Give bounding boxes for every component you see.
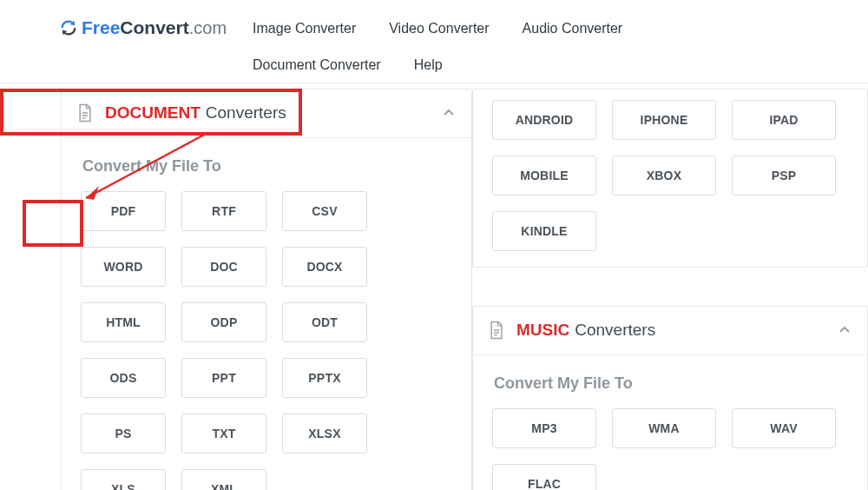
- device-format-grid: ANDROID IPHONE IPAD MOBILE XBOX PSP KIND…: [489, 100, 852, 251]
- format-android[interactable]: ANDROID: [492, 100, 596, 140]
- format-xml[interactable]: XML: [181, 469, 266, 490]
- format-rtf[interactable]: RTF: [181, 191, 266, 231]
- format-mp3[interactable]: MP3: [492, 408, 596, 448]
- document-icon: [489, 321, 504, 340]
- chevron-up-icon[interactable]: [838, 323, 852, 337]
- chevron-up-icon[interactable]: [442, 106, 456, 120]
- format-txt[interactable]: TXT: [181, 414, 266, 454]
- format-odt[interactable]: ODT: [282, 302, 367, 342]
- logo-domain: .com: [189, 18, 227, 37]
- format-psp[interactable]: PSP: [732, 156, 836, 195]
- format-html[interactable]: HTML: [81, 302, 166, 342]
- logo-free: Free: [82, 17, 120, 37]
- document-category-suffix: Converters: [206, 103, 286, 122]
- format-ps[interactable]: PS: [81, 414, 166, 454]
- format-flac[interactable]: FLAC: [492, 464, 596, 490]
- format-mobile[interactable]: MOBILE: [492, 156, 596, 195]
- device-panel-body: ANDROID IPHONE IPAD MOBILE XBOX PSP KIND…: [473, 89, 867, 267]
- format-iphone[interactable]: IPHONE: [612, 100, 716, 140]
- music-category-suffix: Converters: [575, 321, 655, 340]
- document-panel-header[interactable]: DOCUMENT Converters: [62, 89, 471, 137]
- format-ipad[interactable]: IPAD: [732, 100, 836, 140]
- document-format-grid: PDF RTF CSV WORD DOC DOCX HTML ODP ODT O…: [77, 191, 456, 490]
- nav-audio-converter[interactable]: Audio Converter: [514, 14, 632, 43]
- format-csv[interactable]: CSV: [282, 191, 367, 231]
- format-xls[interactable]: XLS: [81, 469, 166, 490]
- music-category-label: MUSIC: [516, 321, 569, 340]
- format-wma[interactable]: WMA: [612, 408, 716, 448]
- music-panel-header[interactable]: MUSIC Converters: [473, 307, 867, 354]
- logo-convert: Convert: [120, 17, 188, 37]
- format-wav[interactable]: WAV: [732, 408, 836, 448]
- format-ods[interactable]: ODS: [81, 358, 166, 398]
- nav-image-converter[interactable]: Image Converter: [244, 14, 365, 43]
- site-logo[interactable]: FreeConvert.com: [0, 9, 244, 83]
- format-xbox[interactable]: XBOX: [612, 156, 716, 195]
- document-convert-label: Convert My File To: [77, 149, 456, 191]
- device-converters-panel: ANDROID IPHONE IPAD MOBILE XBOX PSP KIND…: [472, 89, 868, 268]
- refresh-icon: [59, 18, 78, 37]
- nav-document-converter[interactable]: Document Converter: [244, 50, 390, 80]
- main-nav: Image Converter Video Converter Audio Co…: [244, 9, 695, 83]
- left-column: DOCUMENT Converters Convert My File To P…: [0, 89, 472, 490]
- music-convert-label: Convert My File To: [489, 366, 852, 408]
- top-header: FreeConvert.com Image Converter Video Co…: [0, 0, 868, 83]
- right-column: ANDROID IPHONE IPAD MOBILE XBOX PSP KIND…: [472, 89, 868, 490]
- nav-help[interactable]: Help: [405, 50, 451, 80]
- music-converters-panel: MUSIC Converters Convert My File To MP3 …: [472, 306, 868, 490]
- document-category-label: DOCUMENT: [105, 103, 201, 122]
- music-format-grid: MP3 WMA WAV FLAC: [489, 408, 852, 490]
- nav-video-converter[interactable]: Video Converter: [380, 14, 497, 43]
- main-area: DOCUMENT Converters Convert My File To P…: [0, 83, 868, 490]
- format-pdf[interactable]: PDF: [81, 191, 166, 231]
- music-panel-body: Convert My File To MP3 WMA WAV FLAC: [473, 354, 867, 490]
- format-xlsx[interactable]: XLSX: [282, 414, 367, 454]
- format-word[interactable]: WORD: [81, 247, 166, 287]
- document-panel-body: Convert My File To PDF RTF CSV WORD DOC …: [62, 137, 471, 490]
- format-kindle[interactable]: KINDLE: [492, 211, 596, 251]
- document-icon: [77, 103, 93, 122]
- format-doc[interactable]: DOC: [181, 247, 266, 287]
- document-converters-panel: DOCUMENT Converters Convert My File To P…: [61, 89, 472, 490]
- format-odp[interactable]: ODP: [181, 302, 266, 342]
- format-docx[interactable]: DOCX: [282, 247, 367, 287]
- format-ppt[interactable]: PPT: [181, 358, 266, 398]
- format-pptx[interactable]: PPTX: [282, 358, 367, 398]
